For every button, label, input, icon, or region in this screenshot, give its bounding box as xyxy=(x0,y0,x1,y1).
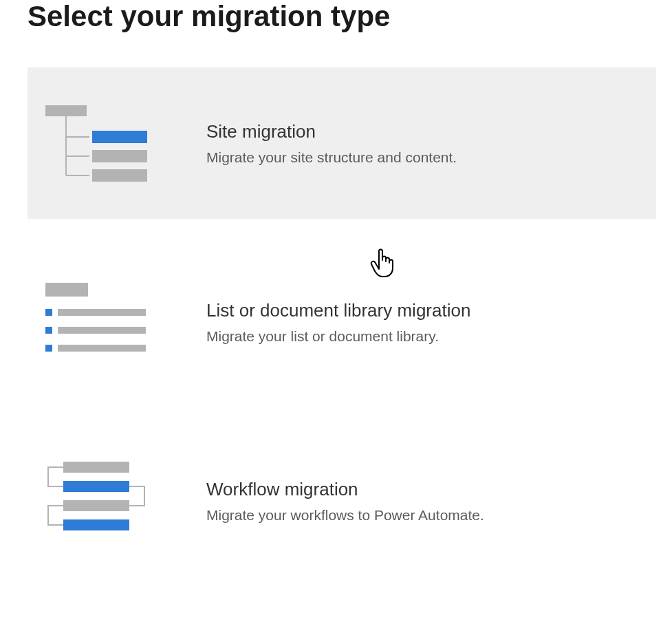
option-title: List or document library migration xyxy=(206,300,642,321)
svg-rect-17 xyxy=(63,500,129,511)
option-description: Migrate your site structure and content. xyxy=(206,149,642,166)
option-workflow-migration[interactable]: Workflow migration Migrate your workflow… xyxy=(28,425,656,577)
migration-options-list: Site migration Migrate your site structu… xyxy=(28,67,656,577)
option-list-doclib-migration[interactable]: List or document library migration Migra… xyxy=(28,246,656,398)
svg-rect-12 xyxy=(58,327,146,334)
option-site-migration[interactable]: Site migration Migrate your site structu… xyxy=(28,67,656,219)
svg-rect-15 xyxy=(63,462,129,473)
svg-rect-6 xyxy=(92,150,147,162)
svg-rect-5 xyxy=(92,131,147,143)
svg-rect-16 xyxy=(63,481,129,492)
option-title: Workflow migration xyxy=(206,479,642,500)
svg-rect-10 xyxy=(58,309,146,316)
svg-rect-11 xyxy=(45,327,52,334)
option-text-block: Site migration Migrate your site structu… xyxy=(165,121,642,166)
option-title: Site migration xyxy=(206,121,642,142)
option-description: Migrate your list or document library. xyxy=(206,328,642,345)
svg-rect-9 xyxy=(45,309,52,316)
page-title: Select your migration type xyxy=(28,0,663,33)
svg-rect-0 xyxy=(45,105,87,116)
workflow-migration-icon xyxy=(41,456,165,546)
svg-rect-8 xyxy=(45,283,88,297)
svg-rect-13 xyxy=(45,345,52,352)
list-doclib-migration-icon xyxy=(41,277,165,367)
svg-rect-14 xyxy=(58,345,146,352)
svg-rect-7 xyxy=(92,169,147,182)
site-migration-icon xyxy=(41,98,165,188)
svg-rect-18 xyxy=(63,519,129,530)
option-description: Migrate your workflows to Power Automate… xyxy=(206,507,642,524)
option-text-block: List or document library migration Migra… xyxy=(165,300,642,345)
option-text-block: Workflow migration Migrate your workflow… xyxy=(165,479,642,524)
